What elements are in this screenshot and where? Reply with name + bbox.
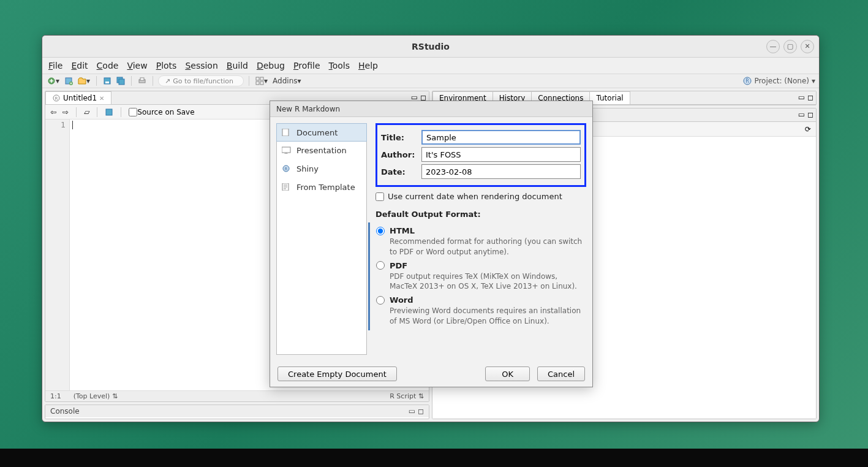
title-label: Title:: [381, 133, 421, 142]
author-label: Author:: [381, 150, 421, 159]
pane-min-icon[interactable]: ▭: [798, 93, 805, 102]
tab-tutorial[interactable]: Tutorial: [589, 91, 630, 104]
editor-status-bar: 1:1 (Top Level) ⇅ R Script ⇅: [45, 390, 429, 401]
menubar: File Edit Code View Plots Session Build …: [42, 58, 819, 74]
sidebar-item-template[interactable]: From Template: [277, 178, 366, 196]
pane2-max-icon[interactable]: ◻: [807, 110, 813, 119]
menu-debug[interactable]: Debug: [257, 61, 285, 70]
file-type-indicator[interactable]: R Script ⇅: [390, 392, 424, 400]
source-on-save-checkbox[interactable]: Source on Save: [127, 107, 195, 118]
close-button[interactable]: ✕: [801, 40, 814, 53]
format-pdf-radio[interactable]: [376, 261, 385, 270]
maximize-button[interactable]: ▢: [783, 40, 797, 53]
cursor-position: 1:1: [50, 392, 61, 400]
project-label: Project: (None): [754, 77, 809, 85]
menu-code[interactable]: Code: [97, 61, 119, 70]
author-input[interactable]: [421, 147, 581, 162]
sidebar-item-shiny[interactable]: R Shiny: [277, 159, 366, 178]
close-tab-icon[interactable]: ✕: [99, 95, 104, 102]
titlebar: RStudio — ▢ ✕: [42, 36, 819, 58]
console-tab[interactable]: Console: [50, 407, 80, 416]
main-toolbar: ▾ ▾ ↗ Go to file/function ▾ Addins ▾ R P…: [42, 74, 819, 88]
new-project-icon[interactable]: [63, 75, 74, 86]
console-min-icon[interactable]: ▭: [409, 407, 415, 416]
format-html-label: HTML: [390, 226, 415, 235]
window-title: RStudio: [412, 42, 450, 51]
goto-placeholder: Go to file/function: [173, 77, 233, 85]
sidebar-item-presentation[interactable]: Presentation: [277, 141, 366, 159]
cancel-button[interactable]: Cancel: [537, 366, 585, 381]
menu-plots[interactable]: Plots: [156, 61, 177, 70]
format-pdf-desc: PDF output requires TeX (MiKTeX on Windo…: [390, 271, 586, 292]
svg-text:R: R: [285, 167, 288, 172]
r-file-icon: R: [52, 94, 61, 102]
svg-text:R: R: [746, 78, 750, 84]
menu-profile[interactable]: Profile: [293, 61, 320, 70]
back-icon[interactable]: ⇦: [49, 107, 58, 118]
use-current-date-label: Use current date when rendering document: [388, 192, 562, 201]
format-word-label: Word: [390, 295, 413, 305]
document-icon: [282, 129, 292, 136]
use-current-date-checkbox[interactable]: [376, 192, 384, 201]
svg-rect-9: [256, 77, 259, 80]
svg-rect-6: [119, 79, 124, 85]
date-label: Date:: [381, 167, 421, 177]
svg-rect-11: [256, 82, 259, 85]
ok-button[interactable]: OK: [485, 366, 530, 381]
r-project-icon: R: [743, 77, 752, 85]
format-word-radio[interactable]: [376, 296, 385, 305]
refresh-icon[interactable]: ⟳: [804, 124, 812, 135]
presentation-icon: [282, 146, 292, 154]
grid-icon[interactable]: ▾: [254, 75, 269, 86]
new-file-icon[interactable]: ▾: [46, 75, 61, 86]
menu-help[interactable]: Help: [358, 61, 378, 70]
create-empty-button[interactable]: Create Empty Document: [277, 366, 397, 381]
addins-dropdown[interactable]: Addins ▾: [271, 75, 302, 86]
menu-session[interactable]: Session: [185, 61, 217, 70]
svg-rect-12: [260, 82, 263, 85]
menu-file[interactable]: File: [48, 61, 62, 70]
save-doc-icon[interactable]: [104, 107, 115, 118]
dialog-sidebar: Document Presentation R Shiny From Templ…: [276, 123, 367, 355]
template-icon: [282, 183, 292, 191]
pane2-min-icon[interactable]: ▭: [798, 110, 805, 119]
svg-rect-4: [105, 82, 109, 83]
editor-tab-label: Untitled1: [63, 94, 97, 102]
svg-rect-17: [106, 109, 112, 115]
print-icon[interactable]: [137, 75, 148, 86]
title-input[interactable]: [421, 130, 581, 145]
scope-indicator[interactable]: (Top Level) ⇅: [74, 392, 118, 400]
menu-view[interactable]: View: [127, 61, 147, 70]
dialog-title: New R Markdown: [270, 101, 592, 117]
output-format-heading: Default Output Format:: [376, 210, 586, 219]
open-file-icon[interactable]: ▾: [77, 75, 91, 86]
console-max-icon[interactable]: ◻: [418, 407, 424, 416]
svg-rect-8: [140, 78, 144, 80]
show-in-new-window-icon[interactable]: ▱: [83, 107, 91, 118]
svg-rect-10: [260, 77, 263, 80]
format-word-desc: Previewing Word documents requires an in…: [390, 306, 586, 327]
goto-file-input[interactable]: ↗ Go to file/function: [158, 75, 244, 86]
menu-edit[interactable]: Edit: [71, 61, 88, 70]
save-icon[interactable]: [102, 75, 113, 86]
format-html-radio[interactable]: [376, 227, 385, 235]
highlighted-fields-box: Title: Author: Date:: [376, 123, 586, 187]
shiny-icon: R: [282, 165, 292, 172]
save-all-icon[interactable]: [115, 75, 126, 86]
editor-tab[interactable]: R Untitled1 ✕: [45, 91, 111, 104]
svg-rect-19: [282, 147, 290, 153]
svg-rect-18: [282, 129, 289, 136]
format-pdf-label: PDF: [390, 261, 407, 270]
goto-arrow-icon: ↗: [165, 77, 170, 85]
format-html-desc: Recommended format for authoring (you ca…: [390, 237, 586, 257]
menu-build[interactable]: Build: [227, 61, 248, 70]
date-input[interactable]: [421, 164, 581, 179]
menu-tools[interactable]: Tools: [329, 61, 350, 70]
sidebar-item-document[interactable]: Document: [276, 123, 367, 142]
pane-max-icon[interactable]: ◻: [807, 93, 813, 102]
project-selector[interactable]: R Project: (None) ▾: [743, 77, 815, 85]
svg-text:R: R: [55, 96, 58, 101]
minimize-button[interactable]: —: [766, 40, 780, 53]
forward-icon[interactable]: ⇨: [61, 107, 70, 118]
new-rmarkdown-dialog: New R Markdown Document Presentation R S…: [270, 101, 593, 387]
